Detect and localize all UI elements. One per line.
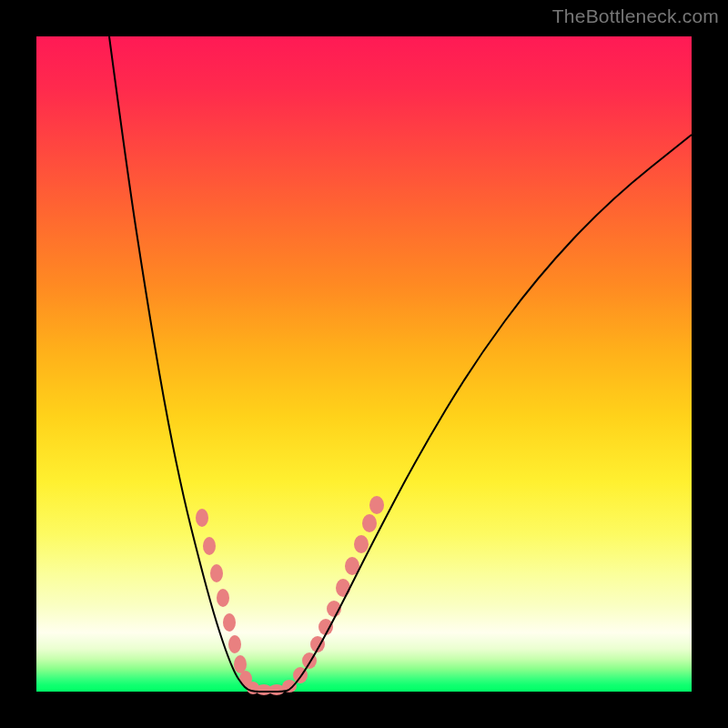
highlight-dot — [362, 514, 377, 532]
highlight-dot — [196, 509, 208, 527]
highlight-dot — [210, 564, 223, 582]
highlight-dot — [203, 537, 216, 555]
plot-area — [36, 36, 692, 692]
chart-stage: TheBottleneck.com — [0, 0, 728, 728]
curve-layer — [36, 36, 692, 692]
attribution-text: TheBottleneck.com — [552, 5, 719, 27]
bottleneck-curve — [109, 36, 692, 692]
highlight-dot — [228, 635, 241, 653]
highlight-dot — [354, 535, 369, 553]
highlight-dot — [223, 613, 236, 632]
highlight-dot — [234, 655, 247, 673]
highlight-dot — [336, 579, 350, 597]
highlight-dot — [217, 589, 229, 607]
highlight-dot — [369, 496, 384, 514]
highlight-dots — [196, 496, 384, 695]
